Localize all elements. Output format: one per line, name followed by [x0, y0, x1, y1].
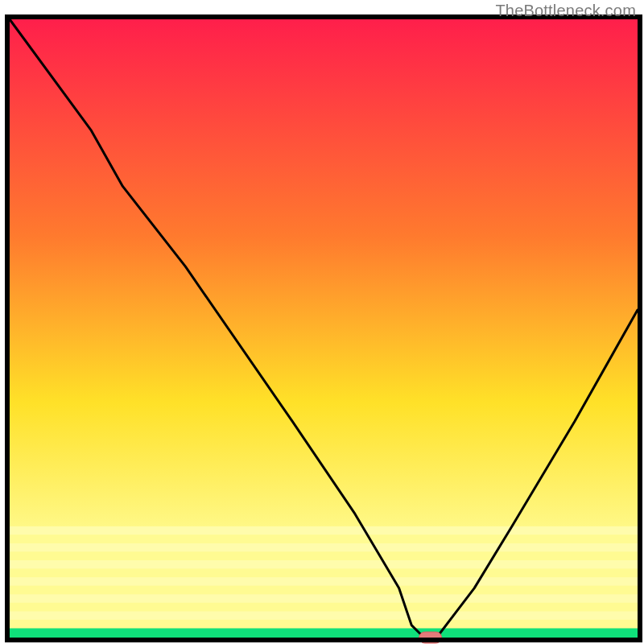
pale-band — [10, 526, 638, 535]
pale-band — [10, 560, 638, 569]
pale-band — [10, 543, 638, 552]
pale-band — [10, 577, 638, 586]
pale-band — [10, 551, 638, 560]
pale-band — [10, 586, 638, 595]
bottleneck-chart: TheBottleneck.com — [0, 0, 644, 644]
green-band — [10, 628, 638, 638]
plot-area — [7, 17, 640, 643]
chart-svg — [0, 0, 644, 644]
pale-band — [10, 569, 638, 578]
pale-band — [10, 620, 638, 629]
pale-band — [10, 535, 638, 543]
pale-band — [10, 594, 638, 603]
pale-band — [10, 611, 638, 620]
pale-band — [10, 603, 638, 612]
watermark-text: TheBottleneck.com — [495, 2, 636, 20]
